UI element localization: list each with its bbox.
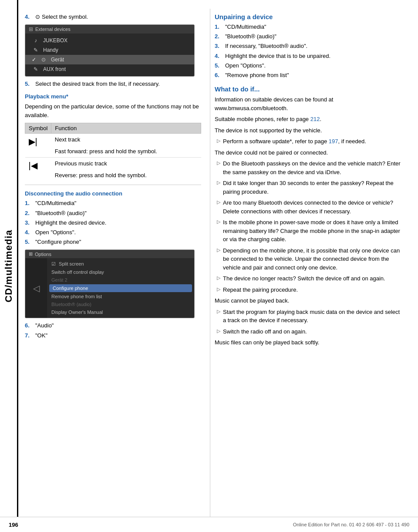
unpair-step-1: 1. "CD/Multimedia"	[215, 23, 404, 31]
ui-mockup-1: ⊞ External devices ♪ JUKEBOX ✎ Handy ✓ ⊙	[25, 24, 195, 77]
bullet-arrow-icon: ▷	[217, 160, 220, 176]
step-7-text: "OK"	[35, 332, 47, 340]
bullet-7: ▷ The device no longer reacts? Switch th…	[215, 274, 404, 283]
unpair-step-5-text: Open "Options".	[225, 62, 266, 70]
bullet-8: ▷ Repeat the pairing procedure.	[215, 286, 404, 294]
list-item: Remove phone from list	[47, 293, 194, 300]
what-todo-heading: What to do if...	[215, 85, 404, 93]
unpair-step-5: 5. Open "Options".	[215, 62, 404, 70]
disconnect-step-5: 5. "Configure phone"	[25, 238, 201, 246]
prev-track-func2: Reverse: press and hold the symbol.	[51, 172, 201, 181]
disconnect-step-4-num: 4.	[25, 229, 34, 236]
page-footer: 196 Online Edition for Part no. 01 40 2 …	[0, 517, 418, 532]
table-header-symbol: Symbol	[25, 123, 51, 134]
footer-text: Online Edition for Part no. 01 40 2 606 …	[293, 522, 409, 527]
bullet-arrow-icon: ▷	[217, 138, 220, 146]
unpair-step-3-text: If necessary, "Bluetooth® audio".	[225, 42, 307, 50]
table-row: Fast forward: press and hold the symbol.	[25, 148, 201, 158]
bullet-2-text: Do the Bluetooth passkeys on the device …	[223, 159, 404, 176]
nav-arrow-left: ◁	[33, 283, 40, 293]
info-para-1: Information on suitable devices can be f…	[215, 95, 404, 112]
unpair-step-4-text: Highlight the device that is to be unpai…	[225, 52, 330, 60]
bullet-10: ▷ Switch the radio off and on again.	[215, 327, 404, 336]
bullet-4-text: Are too many Bluetooth devices connected…	[223, 199, 404, 215]
left-column: 4. ⊙ Select the symbol. ⊞ External devic…	[18, 9, 210, 532]
disconnect-step-1: 1. "CD/Multimedia"	[25, 199, 201, 207]
info-para-3: The device is not supported by the vehic…	[215, 126, 404, 135]
next-track-symbol-empty	[25, 148, 51, 158]
bullet-arrow-icon: ▷	[217, 199, 220, 215]
disconnect-step-4-text: Open "Options".	[35, 229, 76, 236]
next-track-func1: Next track	[51, 134, 201, 148]
bullet-arrow-icon: ▷	[217, 309, 220, 325]
disconnect-step-3: 3. Highlight the desired device.	[25, 219, 201, 227]
jukebox-label: JUKEBOX	[43, 37, 67, 44]
step-4-num: 4.	[25, 13, 34, 21]
unpair-step-2-num: 2.	[215, 33, 223, 40]
sidebar-label: CD/multimedia	[3, 229, 14, 302]
bullet-arrow-icon: ▷	[217, 328, 220, 336]
bullet-1-text: Perform a software update*, refer to pag…	[223, 137, 366, 146]
list-item-selected: ✓ ⊙ Gerät	[25, 55, 194, 64]
ui-mockup-1-header: ⊞ External devices	[25, 25, 194, 34]
bullet-9: ▷ Start the program for playing back mus…	[215, 308, 404, 325]
bullet-arrow-icon: ▷	[217, 219, 220, 244]
disconnect-step-2-text: "Bluetooth® (audio)"	[35, 209, 87, 217]
unpair-step-2-text: "Bluetooth® (audio)"	[225, 33, 276, 40]
unpair-step-2: 2. "Bluetooth® (audio)"	[215, 33, 404, 40]
bullet-7-text: The device no longer reacts? Switch the …	[223, 274, 385, 283]
bullet-arrow-icon: ▷	[217, 180, 220, 196]
options-header: ⊞ Options	[25, 250, 194, 258]
bullet-3-text: Did it take longer than 30 seconds to en…	[223, 179, 404, 196]
disconnect-step-5-text: "Configure phone"	[35, 238, 81, 246]
step-6-num: 6.	[25, 322, 34, 330]
para2-link[interactable]: 212	[310, 116, 320, 122]
table-row: |◀ Previous music track	[25, 158, 201, 172]
step-5-num: 5.	[25, 80, 34, 88]
prev-track-func1: Previous music track	[51, 158, 201, 172]
list-item: ♪ JUKEBOX	[25, 36, 194, 45]
disconnect-step-4: 4. Open "Options".	[25, 229, 201, 236]
main-content: 4. ⊙ Select the symbol. ⊞ External devic…	[18, 0, 418, 532]
unpair-step-6-text: "Remove phone from list"	[225, 71, 289, 79]
bullet-arrow-icon: ▷	[217, 247, 220, 272]
bullet-3: ▷ Did it take longer than 30 seconds to …	[215, 179, 404, 196]
right-column: Unpairing a device 1. "CD/Multimedia" 2.…	[210, 9, 410, 532]
bullet-10-text: Switch the radio off and on again.	[223, 327, 307, 336]
info-para-2: Suitable mobile phones, refer to page 21…	[215, 115, 404, 124]
step-4-icon: ⊙	[35, 13, 40, 21]
unpair-step-6: 6. "Remove phone from list"	[215, 71, 404, 79]
unpair-step-6-num: 6.	[215, 71, 223, 79]
bullet-6-text: Depending on the mobile phone, it is pos…	[223, 246, 404, 272]
bullet-arrow-icon: ▷	[217, 275, 220, 283]
table-row: ▶| Next track	[25, 134, 201, 148]
unpair-step-1-num: 1.	[215, 23, 223, 31]
page-container: CD/multimedia 4. ⊙ Select the symbol. ⊞ …	[0, 0, 418, 532]
unpair-step-3-num: 3.	[215, 42, 223, 50]
unpair-step-5-num: 5.	[215, 62, 223, 70]
step-7: 7. "OK"	[25, 332, 201, 340]
ui-mockup-1-body: ♪ JUKEBOX ✎ Handy ✓ ⊙ Gerät ✎ AUX fron	[25, 34, 194, 76]
step-4-text: Select the symbol.	[42, 13, 88, 21]
info-para-6: Music files can only be played back soft…	[215, 338, 404, 347]
table-header-function: Function	[51, 123, 201, 134]
disconnect-step-3-text: Highlight the desired device.	[35, 219, 106, 227]
page-197-link[interactable]: 197	[329, 138, 338, 145]
step-6: 6. "Audio"	[25, 322, 201, 330]
list-item-disabled: Gerät 2	[47, 276, 194, 284]
bullet-arrow-icon: ▷	[217, 286, 220, 294]
aux-label: AUX front	[43, 66, 66, 72]
options-header-icon: ⊞	[29, 251, 33, 257]
handy-icon: ✎	[32, 47, 40, 53]
unpair-step-4-num: 4.	[215, 52, 223, 60]
bullet-1: ▷ Perform a software update*, refer to p…	[215, 137, 404, 146]
options-mockup: ⊞ Options ◁ ☑ Split screen Switch off co…	[25, 249, 195, 318]
page-number: 196	[9, 522, 18, 528]
disconnect-step-1-num: 1.	[25, 199, 34, 207]
bullet-6: ▷ Depending on the mobile phone, it is p…	[215, 246, 404, 272]
bullet-2: ▷ Do the Bluetooth passkeys on the devic…	[215, 159, 404, 176]
disconnect-step-1-text: "CD/Multimedia"	[35, 199, 76, 207]
step-6-text: "Audio"	[35, 322, 54, 330]
list-item: ✎ AUX front	[25, 64, 194, 74]
para2-before: Suitable mobile phones, refer to page	[215, 116, 310, 122]
